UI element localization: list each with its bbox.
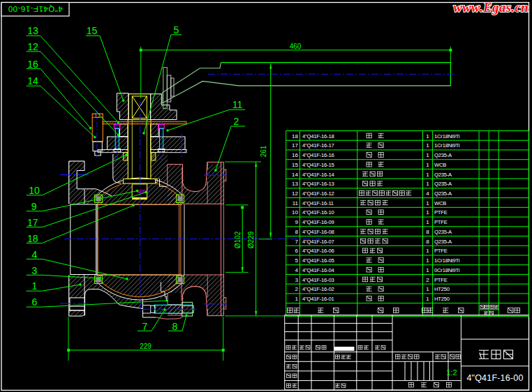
svg-text:4"Q41F-16-01: 4"Q41F-16-01: [302, 296, 334, 302]
svg-text:7: 7: [142, 321, 148, 332]
svg-text:Q235-A: Q235-A: [434, 229, 452, 235]
svg-text:4"Q41F-16-07: 4"Q41F-16-07: [302, 239, 334, 245]
svg-text:460: 460: [290, 43, 302, 50]
svg-text:17: 17: [27, 217, 38, 228]
svg-text:14: 14: [27, 75, 38, 86]
svg-text:4"Q41F-16-03: 4"Q41F-16-03: [302, 277, 334, 283]
svg-text:Ø229: Ø229: [247, 231, 255, 248]
svg-text:4"Q41F-16-09: 4"Q41F-16-09: [302, 219, 334, 225]
svg-text:1Cr18Ni9Ti: 1Cr18Ni9Ti: [434, 133, 460, 140]
svg-text:1: 1: [426, 257, 429, 264]
svg-text:WCB: WCB: [434, 162, 446, 168]
svg-text:4: 4: [426, 190, 429, 197]
svg-text:9: 9: [31, 201, 37, 212]
svg-text:1: 1: [426, 152, 429, 158]
svg-text:1: 1: [426, 209, 429, 216]
svg-text:Q235-A: Q235-A: [434, 172, 452, 178]
svg-text:1: 1: [426, 162, 429, 168]
svg-text:1: 1: [426, 142, 429, 149]
svg-text:4"Q41F-16-11: 4"Q41F-16-11: [302, 200, 334, 206]
svg-text:4: 4: [295, 267, 299, 273]
svg-text:13: 13: [27, 25, 38, 36]
svg-text:www.Egas.cn: www.Egas.cn: [453, 1, 529, 15]
svg-text:5: 5: [295, 257, 299, 264]
svg-text:4"Q41F-16-05: 4"Q41F-16-05: [302, 257, 334, 264]
svg-text:Ø102: Ø102: [234, 231, 242, 248]
svg-text:WCB: WCB: [434, 200, 446, 206]
svg-text:4"Q41F-16-15: 4"Q41F-16-15: [302, 162, 334, 168]
svg-text:4"Q41F-16-12: 4"Q41F-16-12: [302, 190, 334, 197]
svg-text:15: 15: [292, 162, 298, 168]
svg-text:4"Q41F-16-00: 4"Q41F-16-00: [8, 5, 62, 13]
svg-text:4"Q41F-16-04: 4"Q41F-16-04: [302, 267, 334, 273]
svg-text:1: 1: [426, 267, 429, 273]
svg-text:12: 12: [292, 190, 298, 197]
svg-text:1: 1: [426, 133, 429, 140]
svg-text:11: 11: [232, 99, 243, 110]
svg-text:4"Q41F-16-16: 4"Q41F-16-16: [302, 152, 334, 158]
svg-text:4"Q41F-16-17: 4"Q41F-16-17: [302, 142, 334, 149]
svg-text:Q235-A: Q235-A: [434, 181, 452, 187]
svg-text:14: 14: [292, 172, 298, 178]
svg-text:18: 18: [292, 133, 298, 140]
svg-text:1: 1: [426, 248, 429, 254]
svg-text:1: 1: [295, 296, 299, 302]
svg-text:1:2: 1:2: [446, 368, 457, 377]
svg-text:4: 4: [32, 249, 38, 260]
svg-text:PTFE: PTFE: [434, 219, 448, 225]
svg-text:2: 2: [295, 286, 299, 292]
svg-text:4"Q41F-16-06: 4"Q41F-16-06: [302, 248, 334, 254]
svg-text:4"Q41F-16-02: 4"Q41F-16-02: [302, 286, 334, 292]
svg-text:4"Q41F-16-10: 4"Q41F-16-10: [302, 209, 334, 216]
svg-text:1: 1: [426, 172, 429, 178]
svg-text:16: 16: [292, 152, 298, 158]
svg-text:1: 1: [426, 219, 429, 225]
svg-text:HT250: HT250: [434, 296, 450, 302]
svg-text:4"Q41F-16-13: 4"Q41F-16-13: [302, 181, 334, 187]
svg-text:229: 229: [140, 342, 152, 350]
svg-text:1: 1: [426, 181, 429, 187]
svg-text:4"Q41F-16-00: 4"Q41F-16-00: [466, 373, 523, 383]
svg-text:10: 10: [292, 209, 298, 216]
svg-text:Q235-A: Q235-A: [434, 152, 452, 158]
svg-text:0Cr18Ni9Ti: 0Cr18Ni9Ti: [434, 267, 460, 273]
svg-text:9: 9: [295, 219, 299, 225]
svg-text:1: 1: [32, 280, 38, 292]
svg-text:6: 6: [32, 296, 38, 308]
svg-text:7: 7: [295, 239, 299, 245]
svg-text:1: 1: [426, 296, 429, 302]
svg-text:4"Q41F-16-08: 4"Q41F-16-08: [302, 229, 334, 235]
svg-text:1: 1: [426, 286, 429, 292]
svg-text:16: 16: [27, 59, 38, 70]
svg-text:2: 2: [233, 116, 239, 127]
svg-text:12: 12: [27, 41, 38, 52]
svg-text:8: 8: [172, 321, 178, 332]
svg-text:8: 8: [295, 229, 299, 235]
svg-text:3: 3: [32, 265, 38, 276]
svg-text:1Cr18Ni9Ti: 1Cr18Ni9Ti: [434, 257, 460, 264]
svg-text:HT250: HT250: [434, 286, 450, 292]
svg-text:6: 6: [295, 248, 299, 254]
svg-text:8: 8: [426, 229, 429, 235]
svg-text:1Cr18Ni9Ti: 1Cr18Ni9Ti: [434, 142, 460, 149]
svg-text:1: 1: [426, 200, 429, 206]
svg-text:17: 17: [292, 142, 298, 149]
svg-text:4"Q41F-16-18: 4"Q41F-16-18: [302, 133, 334, 140]
svg-text:261: 261: [260, 145, 267, 157]
svg-text:15: 15: [87, 25, 98, 36]
svg-text:2: 2: [426, 277, 429, 283]
svg-text:10: 10: [29, 185, 40, 196]
svg-text:18: 18: [27, 233, 38, 244]
svg-text:4"Q41F-16-14: 4"Q41F-16-14: [302, 172, 334, 178]
svg-text:PTFE: PTFE: [434, 277, 448, 283]
svg-text:PTFE: PTFE: [434, 209, 448, 216]
svg-text:PTFE: PTFE: [434, 248, 448, 254]
svg-text:13: 13: [292, 181, 298, 187]
svg-text:Q235-A: Q235-A: [434, 190, 452, 197]
svg-text:8: 8: [426, 239, 429, 245]
svg-text:3: 3: [295, 277, 299, 283]
svg-text:11: 11: [293, 200, 299, 206]
svg-text:5: 5: [174, 24, 179, 36]
svg-text:Q235-A: Q235-A: [434, 239, 452, 245]
